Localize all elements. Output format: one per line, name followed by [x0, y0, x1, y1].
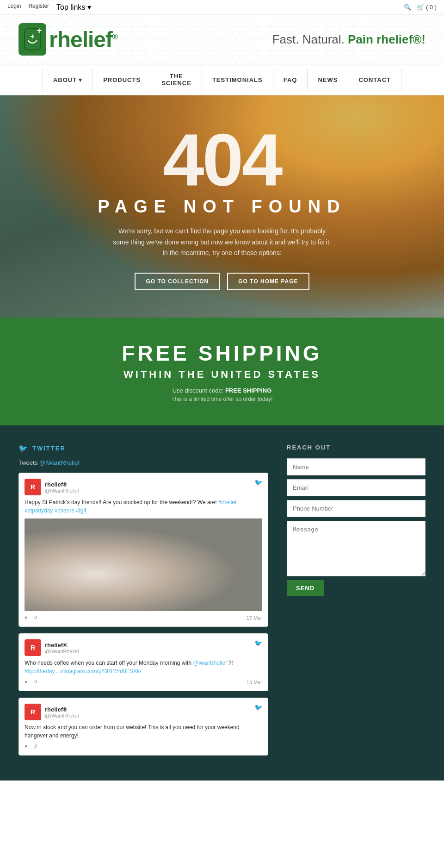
- error-title: PAGE NOT FOUND: [98, 197, 346, 217]
- top-bar-right: 🔍 🛒 ( 0 ): [404, 4, 437, 11]
- reach-out-column: REACH OUT SEND: [287, 444, 426, 762]
- register-link[interactable]: Register: [28, 3, 49, 12]
- tweet-time: 17 Mar: [247, 615, 262, 621]
- nav-news[interactable]: NEWS: [308, 68, 348, 92]
- reach-out-title: REACH OUT: [287, 444, 426, 451]
- tweet-link[interactable]: instagram.com/p/BRIRYd8FSXk/: [61, 668, 142, 674]
- bottom-section: 🐦 TWITTER Tweets @IWantRhelief R rhelief…: [0, 425, 444, 781]
- email-input[interactable]: [287, 479, 426, 496]
- tweet-handle: @IWantRhelief: [45, 713, 79, 718]
- tweet-text: Who needs coffee when you can start off …: [25, 659, 262, 675]
- hero-404-section: 404 PAGE NOT FOUND We're sorry, but we c…: [0, 95, 444, 318]
- tweet-hashtags[interactable]: #tipoftheday...: [25, 668, 59, 674]
- error-description: We're sorry, but we can't find the page …: [111, 226, 333, 259]
- header: + rhelief® Fast. Natural. Pain rhelief®!: [0, 15, 444, 64]
- tweet-avatar: R: [25, 704, 41, 720]
- tweet-like-icon[interactable]: ♥: [25, 679, 28, 685]
- tagline: Fast. Natural. Pain rhelief®!: [272, 32, 426, 47]
- tweet-mention[interactable]: @iwantrhelief: [193, 660, 227, 666]
- tweet-like-icon[interactable]: ♥: [25, 615, 28, 621]
- shipping-banner: FREE SHIPPING WITHIN THE UNITED STATES U…: [0, 318, 444, 425]
- tweet-card: R rhelief® @IWantRhelief 🐦 Now in stock …: [18, 698, 268, 756]
- nav-the-science[interactable]: THESCIENCE: [151, 64, 202, 95]
- twitter-bird-icon: 🐦: [254, 639, 262, 647]
- tweet-text: Now in stock and you can order from our …: [25, 723, 262, 740]
- nav-contact[interactable]: CONTACT: [348, 68, 401, 92]
- tweet-retweet-icon[interactable]: ↺: [33, 679, 37, 685]
- nav-about[interactable]: ABOUT ▾: [43, 68, 93, 92]
- logo-text: rhelief®: [49, 27, 117, 52]
- main-nav: ABOUT ▾ PRODUCTS THESCIENCE TESTIMONIALS…: [0, 64, 444, 95]
- tweet-handle: @IWantRhelief: [45, 488, 79, 493]
- tweets-by: Tweets @IWantRhelief: [18, 459, 268, 466]
- tweet-card: R rhelief® @IWantRhelief 🐦 Who needs cof…: [18, 633, 268, 691]
- svg-text:+: +: [30, 32, 34, 40]
- chevron-down-icon: ▾: [79, 76, 82, 83]
- tweet-avatar: R: [25, 479, 41, 495]
- shipping-subtitle: WITHIN THE UNITED STATES: [18, 368, 426, 381]
- tweet-avatar: R: [25, 639, 41, 656]
- error-code: 404: [98, 123, 346, 197]
- reach-out-form: SEND: [287, 458, 426, 596]
- logo[interactable]: + rhelief®: [18, 23, 117, 56]
- twitter-bird-icon: 🐦: [254, 479, 262, 486]
- tweet-card: R rhelief® @IWantRhelief 🐦 Happy St Patr…: [18, 473, 268, 627]
- tweet-username: rhelief®: [45, 642, 79, 649]
- top-bar: Login Register Top links ▾ 🔍 🛒 ( 0 ): [0, 0, 444, 15]
- go-to-home-button[interactable]: GO TO HOME PAGE: [227, 273, 309, 290]
- shipping-note: This is a limited time offer so order to…: [18, 396, 426, 402]
- hero-content: 404 PAGE NOT FOUND We're sorry, but we c…: [98, 123, 346, 290]
- tweet-text: Happy St Patrick's day friends!! Are you…: [25, 498, 262, 515]
- twitter-header: 🐦 TWITTER: [18, 444, 268, 453]
- login-link[interactable]: Login: [7, 3, 21, 12]
- chevron-down-icon: ▾: [87, 3, 91, 11]
- twitter-bird-icon: 🐦: [254, 704, 262, 711]
- go-to-collection-button[interactable]: GO TO COLLECTION: [135, 273, 220, 290]
- shipping-code: Use discount code: FREE SHIPPING: [18, 387, 426, 394]
- top-links-dropdown[interactable]: Top links ▾: [56, 3, 91, 12]
- logo-icon: +: [18, 23, 46, 56]
- top-bar-left: Login Register Top links ▾: [7, 3, 91, 12]
- nav-products[interactable]: PRODUCTS: [93, 68, 151, 92]
- hero-buttons: GO TO COLLECTION GO TO HOME PAGE: [98, 273, 346, 290]
- twitter-column: 🐦 TWITTER Tweets @IWantRhelief R rhelief…: [18, 444, 268, 762]
- twitter-icon: 🐦: [18, 444, 29, 453]
- phone-input[interactable]: [287, 500, 426, 517]
- tweet-handle: @IWantRhelief: [45, 649, 79, 654]
- name-input[interactable]: [287, 458, 426, 475]
- tweet-retweet-icon[interactable]: ↺: [33, 743, 37, 749]
- message-input[interactable]: [287, 521, 426, 576]
- tweet-retweet-icon[interactable]: ↺: [33, 615, 37, 621]
- nav-faq[interactable]: FAQ: [273, 68, 308, 92]
- search-icon[interactable]: 🔍: [404, 4, 411, 11]
- tweet-image: [25, 518, 262, 611]
- cart-icon[interactable]: 🛒 ( 0 ): [417, 4, 437, 11]
- tweet-time: 13 Mar: [247, 680, 262, 685]
- tweet-username: rhelief®: [45, 706, 79, 713]
- tweet-like-icon[interactable]: ♥: [25, 743, 28, 749]
- tweets-handle-link[interactable]: @IWantRhelief: [39, 459, 80, 466]
- shipping-title: FREE SHIPPING: [18, 341, 426, 366]
- tweet-username: rhelief®: [45, 481, 79, 488]
- send-button[interactable]: SEND: [287, 580, 324, 596]
- nav-testimonials[interactable]: TESTIMONIALS: [202, 68, 273, 92]
